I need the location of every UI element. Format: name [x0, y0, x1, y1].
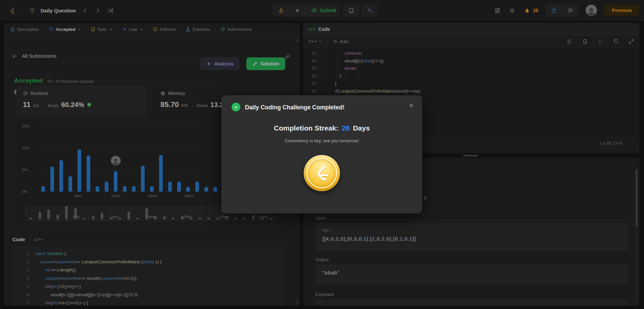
modal-title: Daily Coding Challenge Completed!	[245, 104, 345, 111]
modal-close-button[interactable]: ×	[409, 101, 413, 110]
leetcode-app: Daily Question Submit 28	[0, 0, 644, 309]
streak-line: Completion Streak: 28 Days	[221, 124, 422, 132]
streak-modal: Daily Coding Challenge Completed! × Comp…	[221, 95, 422, 213]
success-check-icon	[232, 103, 240, 111]
streak-value: 28	[340, 124, 351, 132]
streak-prefix: Completion Streak:	[274, 124, 339, 132]
streak-subtitle: Consistency is key, see you tomorrow!	[221, 138, 422, 143]
streak-suffix: Days	[353, 124, 370, 132]
leetcoin-icon	[304, 155, 340, 191]
